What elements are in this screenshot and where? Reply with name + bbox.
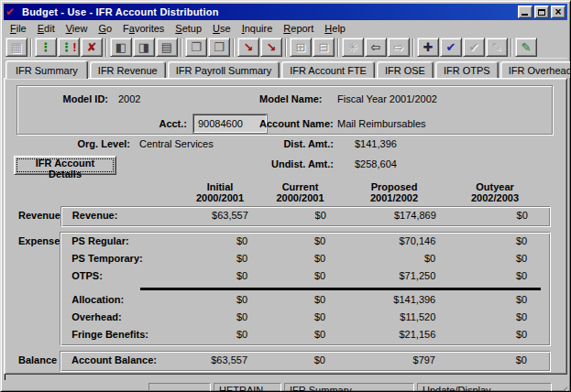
section-label-balance: Balance	[7, 351, 60, 372]
column-header: Proposed2001/2002	[339, 180, 449, 203]
highlight-pen-button[interactable]: ✎	[515, 38, 537, 57]
menu-go[interactable]: Go	[93, 21, 117, 37]
tab-ifr-revenue[interactable]: IFR Revenue	[90, 61, 166, 78]
add-button[interactable]: ✚	[417, 38, 439, 57]
add-row-button[interactable]: ◨	[133, 38, 155, 57]
account-name-label: Account Name:	[259, 118, 334, 129]
minimize-icon	[522, 14, 528, 16]
table-row: PS Temporary:$0$0$0$0	[60, 251, 550, 268]
toolbar-separator	[285, 38, 287, 57]
copy-all-button[interactable]: ❒	[208, 38, 230, 57]
status-panel-page: IFR Summary	[284, 383, 414, 392]
menu-help[interactable]: Help	[319, 21, 351, 37]
row-label: OTPS:	[60, 268, 180, 286]
model-name-value: Fiscal Year 2001/2002	[337, 93, 437, 104]
app-icon: ✔	[5, 6, 18, 18]
row-value: $0	[262, 234, 340, 251]
close-button[interactable]: ×	[551, 5, 566, 18]
row-label: PS Regular:	[60, 234, 180, 251]
org-level-label: Org. Level:	[7, 138, 130, 149]
resize-grip[interactable]	[555, 387, 567, 392]
traffic-light-icon: ⋮	[40, 41, 52, 53]
back-arrow-button[interactable]: ⇦	[365, 38, 387, 57]
traffic-light-button[interactable]: ⋮	[35, 38, 57, 57]
row-value: $141,396	[340, 292, 450, 310]
table-view-button: ⊟	[313, 38, 335, 57]
column-header: Current2000/2001	[261, 180, 339, 203]
export-button[interactable]: ↘	[237, 38, 259, 57]
column-header-line2: 2002/2003	[449, 192, 541, 203]
add-icon: ✚	[423, 41, 434, 53]
model-id-value: 2002	[118, 93, 140, 104]
menu-use[interactable]: Use	[207, 21, 236, 37]
row-value: $0	[450, 268, 542, 286]
row-label: Allocation:	[60, 292, 180, 310]
traffic-light-alert-button[interactable]: ⋮!	[58, 38, 80, 57]
maximize-button[interactable]	[534, 5, 549, 18]
ifr-summary-panel: Model ID: 2002 Model Name: Fiscal Year 2…	[4, 78, 567, 375]
column-header-line2: 2000/2001	[179, 192, 261, 203]
forward-arrow-icon: ⇨	[394, 41, 404, 53]
status-panel-system: HETRAIN	[214, 383, 281, 392]
copy-all-icon: ❒	[214, 41, 225, 53]
table-header-row: Initial2000/2001Current2000/2001Proposed…	[60, 180, 562, 203]
row-label: Fringe Benefits:	[60, 327, 180, 344]
menu-file[interactable]: File	[5, 21, 32, 37]
acct-input[interactable]	[193, 114, 267, 133]
toolbar: ▦⋮⋮!✘◧◨▤❐❒↘↘⊞⊟✳⇦⇨✚✔✔✎✎	[4, 37, 567, 59]
insert-table-button: ⊞	[290, 38, 312, 57]
row-value: $0	[180, 327, 262, 344]
tab-ifr-payroll-summary[interactable]: IFR Payroll Summary	[168, 61, 280, 78]
row-value: $63,557	[181, 208, 263, 225]
row-value: $0	[450, 292, 542, 310]
row-value: $0	[450, 234, 542, 251]
status-bar: HETRAINIFR SummaryUpdate/Display	[4, 380, 567, 392]
delete-button[interactable]: ✘	[81, 38, 103, 57]
org-level-value: Central Services	[139, 138, 214, 149]
tab-ifr-account-fte[interactable]: IFR Account FTE	[281, 61, 375, 78]
tab-ifr-summary[interactable]: IFR Summary	[5, 60, 88, 79]
app-window: ✔ Budget - Use - IFR Account Distributio…	[0, 0, 571, 392]
menu-view[interactable]: View	[60, 21, 93, 37]
toolbar-separator	[181, 38, 182, 57]
row-value: $11,520	[340, 310, 450, 327]
row-value: $0	[262, 310, 340, 327]
tab-ifr-otps[interactable]: IFR OTPS	[435, 61, 499, 78]
message-strip	[4, 375, 567, 380]
table-row: Overhead:$0$0$11,520$0	[60, 310, 550, 327]
section-box-revenue: Revenue:$63,557$0$174,869$0	[60, 206, 551, 227]
ifr-account-details-button[interactable]: IFR Account Details	[14, 156, 116, 175]
copy-button[interactable]: ❐	[185, 38, 207, 57]
insert-row-button[interactable]: ◧	[110, 38, 132, 57]
section-label-expense: Expense	[7, 232, 60, 346]
tab-ifr-ose[interactable]: IFR OSE	[377, 61, 434, 78]
table-row: PS Regular:$0$0$70,146$0	[60, 234, 550, 251]
subtotal-divider	[140, 288, 541, 290]
list-icon: ▤	[161, 41, 172, 53]
menu-favorites[interactable]: Favorites	[117, 21, 170, 37]
toolbar-separator	[233, 38, 235, 57]
insert-table-icon: ⊞	[296, 41, 306, 53]
forward-arrow-button: ⇨	[388, 38, 410, 57]
row-value: $0	[180, 310, 262, 327]
minimize-button[interactable]	[518, 5, 533, 18]
list-button[interactable]: ▤	[156, 38, 178, 57]
traffic-light-alert-extra-icon: !	[72, 41, 76, 53]
table-sections: RevenueRevenue:$63,557$0$174,869$0Expens…	[7, 206, 562, 372]
menu-edit[interactable]: Edit	[32, 21, 60, 37]
table-row: OTPS:$0$0$71,250$0	[60, 268, 550, 286]
tab-strip: IFR SummaryIFR RevenueIFR Payroll Summar…	[4, 59, 567, 78]
row-value: $0	[450, 310, 542, 327]
menu-report[interactable]: Report	[278, 21, 319, 37]
menu-inquire[interactable]: Inquire	[236, 21, 279, 37]
export-alt-button[interactable]: ↘	[260, 38, 282, 57]
menu-setup[interactable]: Setup	[170, 21, 207, 37]
column-header-line2: 2000/2001	[261, 192, 339, 203]
confirm-button[interactable]: ✔	[440, 38, 462, 57]
section-label-revenue: Revenue	[7, 206, 60, 227]
row-value: $0	[451, 208, 543, 225]
acct-label: Acct.:	[17, 118, 187, 129]
model-row: Model ID: 2002 Model Name: Fiscal Year 2…	[17, 91, 552, 111]
save-button: ▦	[5, 38, 27, 57]
tab-ifr-overhead[interactable]: IFR Overhead	[500, 61, 571, 78]
